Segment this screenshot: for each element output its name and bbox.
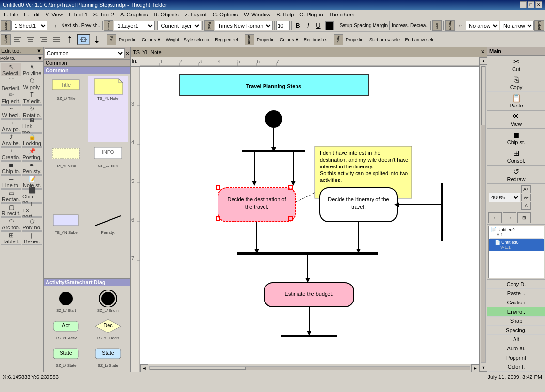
caution-btn[interactable]: Caution [487,298,545,307]
fig-edit-tool[interactable]: ✏ Fig edit. [1,91,21,105]
reg-brush-btn[interactable]: Reg brush s. [302,34,330,45]
sheet-select[interactable]: 1.Sheet1 [11,21,47,30]
h-scrollbar[interactable]: ◄ ► [140,364,479,372]
tx-edit-tool[interactable]: T TX edit. [22,91,42,105]
maximize-button[interactable]: □ [528,1,534,8]
setup-btn[interactable]: Setup [339,20,353,31]
paste2-btn[interactable]: Paste .. [487,289,545,298]
align-middle-btn[interactable] [77,34,90,45]
alt-btn[interactable]: Alt [487,335,545,344]
palette-dropdown[interactable]: Common [45,48,125,58]
menu-edit[interactable]: E. Edit [21,11,42,18]
link-tool[interactable]: ⊞ Link too. [22,119,42,133]
palette-item-tb[interactable]: TB_YN Sube [46,210,87,276]
next-sheet-btn[interactable]: Next sh.. [61,20,80,31]
nav-fit-btn[interactable]: ⊞ [517,212,531,223]
align-bottom-btn[interactable] [91,34,103,45]
h-scrollbar-track[interactable] [149,366,470,370]
menu-tool1[interactable]: I. Tool-1 [66,11,91,18]
palette-item-info[interactable]: INFO SF_LJ Text [88,143,129,210]
menu-help[interactable]: B. Help [273,11,296,18]
popprint-btn[interactable]: Popprint [487,353,545,362]
pen-props-btn[interactable]: Propertie. [117,34,140,45]
layer-select[interactable]: 1.Layer1 [114,21,154,30]
zoom-in-btn[interactable]: A+ [521,185,531,193]
zoom-select[interactable]: 400% 100% 200% [489,193,520,202]
palette-close-btn[interactable]: ✕ [125,51,129,56]
arrow-props-btn[interactable]: Propertie. [344,34,367,45]
align-right-btn[interactable] [37,34,50,45]
menu-window[interactable]: W. Window [241,11,273,18]
line-to-tool[interactable]: ─ Line to. [1,175,21,189]
end-arrow-sel-btn[interactable]: End arrow sele. [403,34,437,45]
brush-color-btn[interactable]: Color s.▼ [278,34,301,45]
v-scroll-down[interactable]: ▼ [480,364,487,372]
w-poly-tool[interactable]: ⬡ W-poly. [22,77,42,90]
w-bezi-tool[interactable]: ~ W-bezi. [1,105,21,119]
menu-layout[interactable]: Z. Layout [182,11,210,18]
menu-view[interactable]: V. View [43,11,66,18]
arw-po-tool[interactable]: → Arw po. [1,119,21,133]
canvas-close-btn[interactable]: ✕ [481,49,485,55]
tools-expand-icon[interactable]: ▼ [36,48,42,54]
zoom-out-btn[interactable]: A- [521,194,531,201]
table-tool[interactable]: ⊞ Table t. [1,231,21,245]
bold-button[interactable]: B [293,20,303,31]
redraw-btn[interactable]: ↺ Redraw [487,166,545,184]
reg-pen-btn[interactable]: Reg pen sel. [213,34,241,45]
canvas-diagram[interactable]: Travel Planning Steps [140,67,479,364]
menu-objects[interactable]: R. Objects [151,11,181,18]
tx-post-tool[interactable]: T TX post. [22,203,42,217]
color-t-btn[interactable]: Color t. [487,362,545,372]
align-justify-btn[interactable] [50,34,63,45]
palette-item-activity[interactable]: Act TS_YL Activ [46,316,87,342]
decrease-btn[interactable]: Decrea.. [410,20,429,31]
font-select[interactable]: Times New Roman [215,21,273,30]
menu-graphics[interactable]: A. Graphics [117,11,151,18]
align-top-btn[interactable] [63,34,76,45]
auto-al-btn[interactable]: Auto-al. [487,344,545,353]
v-scrollbar-thumb[interactable] [481,66,485,125]
v-scrollbar[interactable]: ▲ ▼ [479,57,487,372]
sheet-setup-btn[interactable]: ↕ [51,20,61,31]
current-layer-select[interactable]: Current layer sele. [157,21,201,30]
nav-left-btn[interactable]: ← [488,212,502,223]
select-tool[interactable]: ↖ Selecti. [1,63,21,76]
polyline-dropdown[interactable]: ▼ [37,55,43,61]
window-controls[interactable]: ─ □ ✕ [520,1,542,8]
v-scrollbar-track[interactable] [481,66,486,363]
pen-style-btn[interactable]: Style selectio. [182,34,213,45]
h-scroll-left[interactable]: ◄ [140,364,148,372]
rectan-tool[interactable]: ▭ Rectan. [1,189,21,203]
chip-to-tool[interactable]: ◼ Chip to. [1,161,21,175]
palette-item-decision[interactable]: Dec TS_YL Decis [88,316,129,342]
h-scroll-right[interactable]: ► [471,364,479,372]
no-arrow-start-select[interactable]: No arrow [466,21,499,30]
prev-sheet-btn[interactable]: Prev sh.. [81,20,100,31]
arw-be-tool[interactable]: ⤴ Arw be. [1,133,21,147]
palette-item-title[interactable]: Title SZ_L/ Title [46,76,87,142]
menu-options[interactable]: G. Options [210,11,241,18]
copy-d-btn[interactable]: Copy D. [487,279,545,289]
poly-bo-tool[interactable]: ⬠ Poly bo. [22,217,42,231]
palette-item-ta-note[interactable]: TA_Y; Note [46,143,87,210]
menu-others[interactable]: The others [326,11,358,18]
v-scroll-up[interactable]: ▲ [480,57,487,65]
font-size-input[interactable] [276,21,290,30]
spacing-r-btn[interactable]: Spacing. [487,326,545,335]
menu-tool2[interactable]: S. Tool-2 [91,11,117,18]
italic-button[interactable]: I [303,20,313,31]
palette-item-state1[interactable]: State SZ_L/ State [46,343,87,370]
underline-button[interactable]: U [313,20,323,31]
r-rect-tool[interactable]: ▢ R-rect t. [1,203,21,217]
tree-item-untitled0[interactable]: 📄 Untitled0 V-1 [489,226,544,238]
tree-item-untitled0-2[interactable]: 📄 Untitled0 V-1.1 [489,239,544,251]
no-arrow-end-select[interactable]: No arrow [500,21,534,30]
chip-st-btn[interactable]: ◼ Chip st. [487,129,545,147]
paste-btn[interactable]: 📋 Paste [487,92,545,110]
color-swatch[interactable] [325,21,334,30]
snap-btn[interactable]: Snap [487,317,545,326]
increase-btn[interactable]: Increas. [391,20,409,31]
locking-tool[interactable]: 🔒 Locking [22,133,42,147]
h-scrollbar-thumb[interactable] [150,367,246,370]
